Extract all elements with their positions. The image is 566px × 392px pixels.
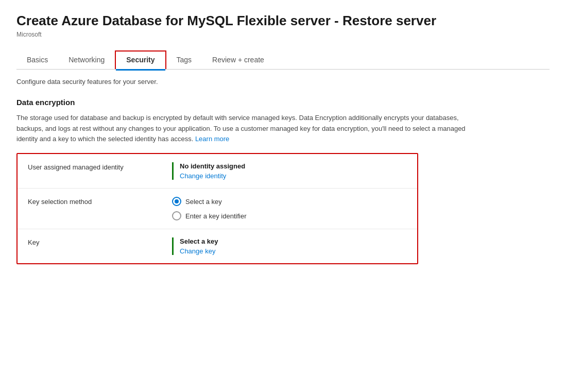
section-description: Configure data security features for you…: [16, 78, 550, 86]
radio-select-key-label: Select a key: [185, 198, 222, 206]
tab-basics[interactable]: Basics: [16, 52, 58, 69]
radio-enter-identifier-label: Enter a key identifier: [185, 212, 247, 220]
encryption-section-title: Data encryption: [16, 98, 550, 107]
encryption-body-text: The storage used for database and backup…: [16, 113, 480, 145]
user-identity-value: No identity assigned Change identity: [172, 162, 407, 180]
key-label: Key: [28, 237, 172, 246]
key-selection-row: Key selection method Select a key Enter …: [18, 189, 417, 229]
tab-tags[interactable]: Tags: [166, 52, 202, 69]
user-identity-value-text: No identity assigned: [180, 162, 407, 170]
tabs-nav: Basics Networking Security Tags Review +…: [16, 50, 550, 70]
page-title: Create Azure Database for MySQL Flexible…: [16, 12, 550, 30]
radio-select-key-dot: [175, 199, 179, 203]
learn-more-link[interactable]: Learn more: [195, 135, 229, 143]
key-value-text: Select a key: [180, 237, 407, 245]
change-key-link[interactable]: Change key: [180, 247, 215, 255]
page-subtitle: Microsoft: [16, 31, 550, 38]
tab-networking[interactable]: Networking: [58, 52, 115, 69]
user-identity-row: User assigned managed identity No identi…: [18, 154, 417, 189]
radio-select-key-circle: [172, 197, 181, 206]
radio-select-key[interactable]: Select a key: [172, 197, 407, 206]
tab-security[interactable]: Security: [115, 50, 166, 69]
radio-enter-identifier-circle: [172, 211, 181, 220]
tab-review-create[interactable]: Review + create: [202, 52, 275, 69]
key-selection-value: Select a key Enter a key identifier: [172, 197, 407, 220]
key-value: Select a key Change key: [172, 237, 407, 255]
radio-enter-identifier[interactable]: Enter a key identifier: [172, 211, 407, 220]
key-selection-label: Key selection method: [28, 197, 172, 206]
key-selection-radio-group: Select a key Enter a key identifier: [172, 197, 407, 220]
key-row: Key Select a key Change key: [18, 229, 417, 263]
user-identity-label: User assigned managed identity: [28, 162, 172, 171]
change-identity-link[interactable]: Change identity: [180, 172, 226, 180]
data-encryption-panel: User assigned managed identity No identi…: [16, 153, 418, 264]
